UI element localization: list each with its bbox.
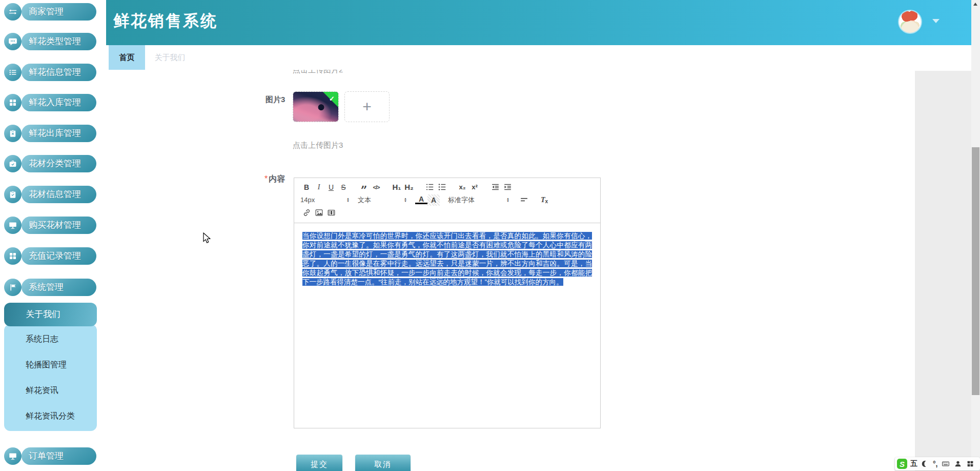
clipboard-check-icon: [4, 186, 22, 203]
sidebar-item-flower-inbound[interactable]: 鲜花入库管理: [0, 94, 103, 111]
text-color-button[interactable]: A: [415, 196, 427, 204]
ime-logo-icon[interactable]: S: [897, 459, 907, 469]
required-asterisk: *: [264, 174, 268, 183]
submenu-item-flower-news-category[interactable]: 鲜花资讯分类: [26, 411, 75, 423]
scrollbar-thumb[interactable]: [972, 147, 979, 395]
vertical-scrollbar[interactable]: [971, 0, 980, 471]
chevron-down-icon[interactable]: [932, 19, 940, 23]
selected-text: 当你设想门外是寒冷可怕的世界时，你还应该开门出去看看，是否真的如此。如果你有信心…: [302, 232, 592, 286]
sidebar-item-flower-type[interactable]: 鲜花类型管理: [0, 33, 103, 50]
link-button[interactable]: [300, 207, 313, 219]
tab-bar: 首页 关于我们: [103, 45, 971, 70]
strikethrough-button[interactable]: S: [337, 182, 350, 193]
submenu-item-system-log[interactable]: 系统日志: [26, 334, 58, 346]
sidebar-item-label: 鲜花类型管理: [22, 33, 96, 50]
page-title: 鲜花销售系统: [113, 10, 218, 32]
sidebar: 商家管理 鲜花类型管理 鲜花信息管理 鲜花入库管理 鲜花出库管理 花材分类管理: [0, 0, 103, 471]
blockquote-button[interactable]: ”: [358, 182, 370, 193]
bullet-list-button[interactable]: [436, 182, 448, 193]
picker-caret-icon: ▲▼: [404, 198, 407, 203]
upload-hint-image2-clipped: 点击上传图片2: [293, 70, 343, 75]
transfer-icon: [4, 3, 22, 21]
superscript-button[interactable]: x²: [468, 182, 481, 193]
header1-button[interactable]: H₁: [391, 182, 403, 193]
mouse-cursor: [203, 232, 212, 245]
sidebar-item-label: 系统管理: [22, 279, 96, 296]
bold-button[interactable]: B: [300, 182, 313, 193]
moon-icon[interactable]: [921, 459, 930, 468]
ime-menu-grid-icon[interactable]: [966, 459, 975, 468]
list-icon: [4, 64, 22, 81]
grid-icon: [4, 94, 22, 111]
tab-about-us[interactable]: 关于我们: [145, 45, 195, 70]
image3-field-label: 图片3: [266, 95, 285, 105]
monitor-icon: [4, 447, 22, 465]
indent-button[interactable]: [501, 182, 514, 193]
sidebar-item-label: 鲜花信息管理: [22, 64, 96, 81]
font-family-picker[interactable]: 标准字体 ▲▼: [448, 195, 509, 205]
page-background-gutter: [915, 71, 971, 471]
picker-caret-icon: ▲▼: [506, 198, 509, 203]
image3-thumbnail[interactable]: ✓: [293, 91, 339, 122]
main-content: 点击上传图片2 图片3 ✓ + 点击上传图片3 *内容 B I U S ” </…: [103, 70, 971, 471]
system-submenu-panel: 系统日志 轮播图管理 鲜花资讯 鲜花资讯分类: [4, 324, 97, 431]
sidebar-item-orders[interactable]: 订单管理: [0, 447, 103, 465]
underline-button[interactable]: U: [325, 182, 337, 193]
user-icon[interactable]: [953, 459, 963, 468]
image-button[interactable]: [313, 207, 325, 219]
submit-button[interactable]: 提交: [296, 455, 342, 471]
editor-content-area[interactable]: 当你设想门外是寒冷可怕的世界时，你还应该开门出去看看，是否真的如此。如果你有信心…: [294, 223, 600, 295]
sidebar-item-material-purchase[interactable]: 购买花材管理: [0, 217, 103, 234]
font-size-picker[interactable]: 14px ▲▼: [300, 196, 350, 204]
sidebar-item-label: 订单管理: [22, 447, 96, 465]
check-icon: ✓: [329, 95, 335, 103]
monitor-icon: [4, 217, 22, 234]
video-button[interactable]: [325, 207, 337, 219]
sidebar-item-label: 商家管理: [22, 3, 96, 21]
ordered-list-button[interactable]: [423, 182, 436, 193]
clean-format-button[interactable]: Tx: [538, 194, 550, 206]
clipboard-x-icon: [4, 125, 22, 142]
grid-icon: [4, 247, 22, 265]
sidebar-item-label: 鲜花出库管理: [22, 125, 96, 142]
flag-icon: [4, 279, 22, 296]
scroll-up-icon[interactable]: [973, 3, 977, 6]
header2-button[interactable]: H₂: [403, 182, 415, 193]
keyboard-icon[interactable]: [941, 459, 950, 468]
sidebar-item-material-category[interactable]: 花材分类管理: [0, 155, 103, 172]
text-style-picker[interactable]: 文本 ▲▼: [358, 195, 407, 205]
sidebar-item-flower-info[interactable]: 鲜花信息管理: [0, 64, 103, 81]
highlight-color-button[interactable]: A: [427, 194, 440, 206]
editor-paragraph: 当你设想门外是寒冷可怕的世界时，你还应该开门出去看看，是否真的如此。如果你有信心…: [302, 231, 592, 287]
cancel-button[interactable]: 取消: [355, 455, 411, 471]
align-button[interactable]: [518, 194, 530, 206]
ime-toolbar: S 五 °,: [895, 457, 980, 470]
tab-home[interactable]: 首页: [109, 45, 145, 70]
sidebar-item-flower-outbound[interactable]: 鲜花出库管理: [0, 125, 103, 142]
picker-caret-icon: ▲▼: [346, 198, 350, 203]
submenu-item-carousel[interactable]: 轮播图管理: [26, 360, 67, 372]
sidebar-item-label: 花材分类管理: [22, 155, 96, 172]
sidebar-item-merchant[interactable]: 商家管理: [0, 3, 103, 21]
ime-wubi-mode[interactable]: 五: [910, 459, 917, 468]
submenu-item-about-us-active[interactable]: 关于我们: [4, 303, 97, 326]
submenu-item-flower-news[interactable]: 鲜花资讯: [26, 385, 58, 398]
add-image-upload-button[interactable]: +: [344, 91, 390, 122]
sidebar-item-material-info[interactable]: 花材信息管理: [0, 186, 103, 203]
sidebar-item-system-management[interactable]: 系统管理: [0, 279, 103, 296]
rich-text-editor: B I U S ” </> H₁ H₂ x₂ x²: [294, 178, 601, 428]
outdent-button[interactable]: [489, 182, 501, 193]
user-avatar[interactable]: [899, 11, 921, 33]
upload-hint-image3: 点击上传图片3: [293, 141, 343, 150]
app-header: 鲜花销售系统: [106, 0, 971, 45]
plus-icon: +: [362, 98, 372, 115]
ime-punctuation-mode[interactable]: °,: [933, 460, 938, 468]
sidebar-item-label: 充值记录管理: [22, 247, 96, 265]
comment-icon: [4, 33, 22, 50]
subscript-button[interactable]: x₂: [456, 182, 468, 193]
italic-button[interactable]: I: [313, 182, 325, 193]
briefcase-icon: [4, 155, 22, 172]
sidebar-item-label: 鲜花入库管理: [22, 94, 96, 111]
code-block-button[interactable]: </>: [370, 182, 382, 193]
sidebar-item-recharge-records[interactable]: 充值记录管理: [0, 247, 103, 265]
